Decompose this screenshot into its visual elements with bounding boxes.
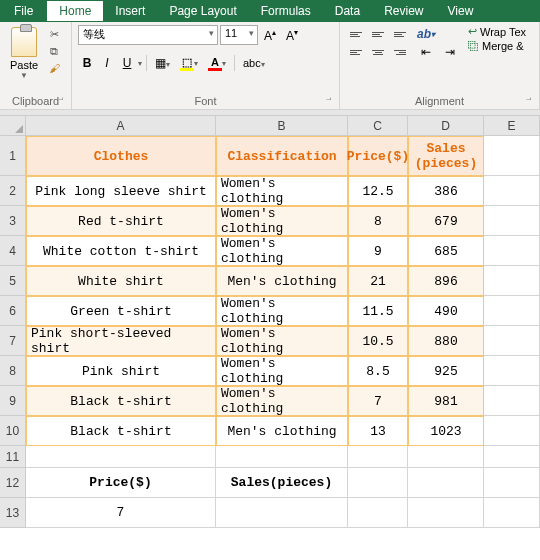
table-cell[interactable]: Green t-shirt [26, 296, 216, 326]
bold-button[interactable]: B [78, 54, 96, 72]
table-cell[interactable]: Pink shirt [26, 356, 216, 386]
select-all-corner[interactable] [0, 116, 26, 136]
table-cell[interactable]: 685 [408, 236, 484, 266]
table-cell[interactable]: 11.5 [348, 296, 408, 326]
phonetic-guide-button[interactable]: abc▾ [239, 54, 269, 72]
cell-empty[interactable] [484, 498, 540, 528]
row-header-10[interactable]: 10 [0, 416, 26, 446]
col-header-D[interactable]: D [408, 116, 484, 136]
table-cell[interactable]: 21 [348, 266, 408, 296]
row-header-4[interactable]: 4 [0, 236, 26, 266]
align-center-icon[interactable] [368, 43, 388, 61]
table-cell[interactable]: Red t-shirt [26, 206, 216, 236]
row-header-12[interactable]: 12 [0, 468, 26, 498]
cell-sales-label[interactable]: Sales(pieces) [216, 468, 348, 498]
table-cell[interactable]: Black t-shirt [26, 416, 216, 446]
font-color-button[interactable]: A▾ [204, 53, 230, 73]
italic-button[interactable]: I [98, 54, 116, 72]
table-cell[interactable]: 8 [348, 206, 408, 236]
table-cell[interactable]: 981 [408, 386, 484, 416]
table-cell[interactable]: White shirt [26, 266, 216, 296]
cell-empty[interactable] [408, 498, 484, 528]
cell-empty[interactable] [484, 446, 540, 468]
cell-empty[interactable] [484, 296, 540, 326]
table-cell[interactable]: Men's clothing [216, 266, 348, 296]
cell-empty[interactable] [484, 136, 540, 176]
tab-view[interactable]: View [436, 1, 486, 21]
cell-empty[interactable] [408, 446, 484, 468]
table-cell[interactable]: Women's clothing [216, 236, 348, 266]
table-cell[interactable]: Women's clothing [216, 176, 348, 206]
row-header-1[interactable]: 1 [0, 136, 26, 176]
table-cell[interactable]: 10.5 [348, 326, 408, 356]
col-header-E[interactable]: E [484, 116, 540, 136]
align-left-icon[interactable] [346, 43, 366, 61]
row-header-9[interactable]: 9 [0, 386, 26, 416]
cell-price-value[interactable]: 7 [26, 498, 216, 528]
tab-insert[interactable]: Insert [103, 1, 157, 21]
table-cell[interactable]: 490 [408, 296, 484, 326]
tab-data[interactable]: Data [323, 1, 372, 21]
cell-empty[interactable] [216, 446, 348, 468]
row-header-3[interactable]: 3 [0, 206, 26, 236]
row-header-5[interactable]: 5 [0, 266, 26, 296]
cell-empty[interactable] [484, 468, 540, 498]
table-header[interactable]: Price($) [348, 136, 408, 176]
row-header-8[interactable]: 8 [0, 356, 26, 386]
table-cell[interactable]: 679 [408, 206, 484, 236]
cell-empty[interactable] [26, 446, 216, 468]
tab-review[interactable]: Review [372, 1, 435, 21]
table-cell[interactable]: White cotton t-shirt [26, 236, 216, 266]
merge-center-button[interactable]: ⿻Merge & [468, 40, 526, 52]
table-cell[interactable]: 925 [408, 356, 484, 386]
underline-button[interactable]: U [118, 54, 136, 72]
cell-empty[interactable] [484, 236, 540, 266]
align-middle-icon[interactable] [368, 25, 388, 43]
tab-home[interactable]: Home [47, 1, 103, 21]
cell-empty[interactable] [348, 468, 408, 498]
row-header-6[interactable]: 6 [0, 296, 26, 326]
cell-empty[interactable] [348, 498, 408, 528]
worksheet[interactable]: ABCDE1ClothesClassificationPrice($)Sales… [0, 116, 540, 528]
table-cell[interactable]: Women's clothing [216, 386, 348, 416]
table-cell[interactable]: 12.5 [348, 176, 408, 206]
table-cell[interactable]: 386 [408, 176, 484, 206]
format-painter-icon[interactable]: 🖌 [46, 61, 62, 75]
cell-empty[interactable] [408, 468, 484, 498]
file-tab[interactable]: File [0, 1, 47, 21]
cell-empty[interactable] [348, 446, 408, 468]
increase-indent-icon[interactable]: ⇥ [440, 43, 460, 61]
copy-icon[interactable]: ⧉ [46, 44, 62, 58]
align-right-icon[interactable] [390, 43, 410, 61]
cell-empty[interactable] [484, 326, 540, 356]
cell-empty[interactable] [216, 498, 348, 528]
table-cell[interactable]: 13 [348, 416, 408, 446]
cell-empty[interactable] [484, 176, 540, 206]
orientation-button[interactable]: ab▾ [416, 25, 436, 43]
table-cell[interactable]: Women's clothing [216, 326, 348, 356]
cell-price-label[interactable]: Price($) [26, 468, 216, 498]
row-header-2[interactable]: 2 [0, 176, 26, 206]
table-cell[interactable]: 7 [348, 386, 408, 416]
cell-empty[interactable] [484, 386, 540, 416]
decrease-indent-icon[interactable]: ⇤ [416, 43, 436, 61]
decrease-font-icon[interactable]: A▾ [282, 26, 302, 45]
table-cell[interactable]: 9 [348, 236, 408, 266]
table-cell[interactable]: 8.5 [348, 356, 408, 386]
paste-button[interactable]: Paste ▼ [6, 25, 42, 82]
font-size-select[interactable]: 11 [220, 25, 258, 45]
table-cell[interactable]: 1023 [408, 416, 484, 446]
col-header-A[interactable]: A [26, 116, 216, 136]
fill-color-button[interactable]: ⬚▾ [176, 53, 202, 73]
table-cell[interactable]: 880 [408, 326, 484, 356]
table-cell[interactable]: Black t-shirt [26, 386, 216, 416]
cell-empty[interactable] [484, 356, 540, 386]
table-header[interactable]: Clothes [26, 136, 216, 176]
cell-empty[interactable] [484, 206, 540, 236]
font-name-select[interactable]: 等线 [78, 25, 218, 45]
table-cell[interactable]: Pink long sleeve shirt [26, 176, 216, 206]
row-header-13[interactable]: 13 [0, 498, 26, 528]
borders-button[interactable]: ▦▾ [151, 54, 174, 72]
tab-formulas[interactable]: Formulas [249, 1, 323, 21]
table-cell[interactable]: Men's clothing [216, 416, 348, 446]
